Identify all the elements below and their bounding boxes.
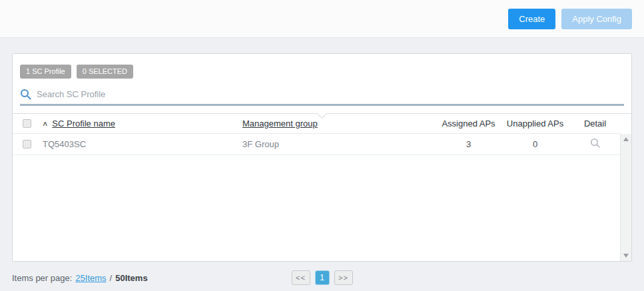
select-all-checkbox[interactable] <box>23 119 31 128</box>
column-header-detail: Detail <box>570 119 620 129</box>
sc-profile-panel: 1 SC Profile 0 SELECTED ∧ SC Profile nam… <box>12 53 632 262</box>
table-row: TQ5403SC 3F Group 3 0 <box>13 134 620 155</box>
items-per-page: Items per page: 25Items / 50Items <box>12 268 148 287</box>
pagination-prev-button[interactable]: << <box>292 270 310 285</box>
apply-config-button[interactable]: Apply Config <box>561 9 632 29</box>
cell-assigned-aps: 3 <box>437 139 500 149</box>
top-toolbar: Create Apply Config <box>0 0 644 38</box>
column-header-unapplied-aps: Unapplied APs <box>500 119 570 129</box>
badge-row: 1 SC Profile 0 SELECTED <box>13 54 631 79</box>
items-per-page-separator: / <box>110 273 113 283</box>
column-header-assigned-aps: Assigned APs <box>437 119 500 129</box>
scroll-down-icon[interactable] <box>623 254 629 258</box>
search-input[interactable] <box>37 89 624 99</box>
create-button[interactable]: Create <box>508 9 555 29</box>
cell-management-group: 3F Group <box>242 139 437 149</box>
pagination-next-button[interactable]: >> <box>334 270 353 285</box>
table-body: TQ5403SC 3F Group 3 0 <box>13 134 631 261</box>
column-header-sc-profile-name[interactable]: SC Profile name <box>52 119 115 129</box>
panel-separator <box>13 106 631 114</box>
detail-magnifier-icon[interactable] <box>590 138 601 148</box>
selected-count-badge: 0 SELECTED <box>77 65 133 79</box>
table-header-row: ∧ SC Profile name Management group Assig… <box>13 114 620 134</box>
pagination-page-1-button[interactable]: 1 <box>315 270 330 285</box>
sort-asc-icon: ∧ <box>42 120 49 127</box>
pagination: << 1 >> <box>292 270 353 285</box>
rows-area: TQ5403SC 3F Group 3 0 <box>13 134 620 261</box>
column-header-management-group[interactable]: Management group <box>242 119 318 129</box>
scroll-up-icon[interactable] <box>623 137 629 141</box>
vertical-scrollbar[interactable] <box>620 134 631 261</box>
footer-bar: Items per page: 25Items / 50Items << 1 >… <box>12 268 632 287</box>
row-checkbox[interactable] <box>23 140 31 148</box>
search-icon <box>20 89 31 100</box>
page-content: 1 SC Profile 0 SELECTED ∧ SC Profile nam… <box>0 38 644 287</box>
items-per-page-50-current: 50Items <box>115 273 147 283</box>
items-per-page-label: Items per page: <box>12 273 72 283</box>
cell-unapplied-aps: 0 <box>500 139 570 149</box>
profile-count-badge: 1 SC Profile <box>20 65 71 79</box>
search-bar <box>20 89 624 106</box>
cell-sc-profile-name: TQ5403SC <box>43 139 86 149</box>
items-per-page-25-link[interactable]: 25Items <box>75 273 106 283</box>
